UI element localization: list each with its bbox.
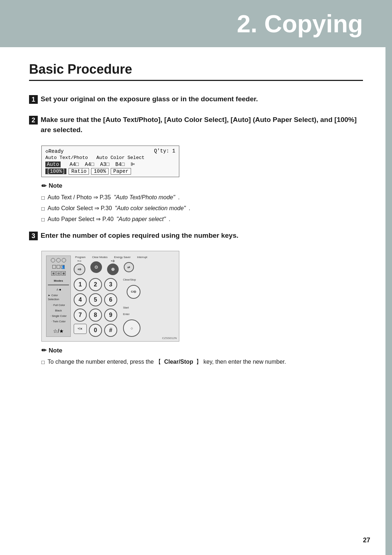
interrupt-label: Interrupt bbox=[137, 256, 147, 259]
interrupt-btn[interactable]: ⇄ bbox=[124, 262, 134, 272]
display-row2: Auto Text/Photo Auto Color Select bbox=[45, 155, 175, 160]
prog-btn-group: •⇨ ⇨ bbox=[74, 259, 85, 275]
note-pencil-icon: ✏ bbox=[41, 182, 46, 190]
display-ready: ◇Ready bbox=[45, 148, 64, 154]
note2-pencil-icon: ✏ bbox=[41, 347, 46, 354]
step-3-text: Enter the number of copies required usin… bbox=[41, 230, 363, 241]
keypad-inner: 👤 ⊞ ⊟ ⊠ Modes ⚠ ◆ ► Color Selection · Fu… bbox=[46, 256, 175, 337]
single-color-label: · Single Color bbox=[50, 314, 66, 318]
key-8[interactable]: 8 bbox=[89, 309, 102, 322]
key-2[interactable]: 2 bbox=[89, 278, 102, 291]
icon-circle-1 bbox=[51, 258, 55, 262]
color-icon: ◆ bbox=[59, 288, 61, 291]
display-auto: Auto bbox=[45, 162, 61, 167]
display-paper-sizes: A4□ A4□ A3□ B4□ ⊫ bbox=[64, 162, 135, 167]
icon-person: 👤 bbox=[61, 265, 65, 269]
step-1-text: Set your original on the exposure glass … bbox=[41, 94, 363, 105]
energy-saver-label: Energy Saver bbox=[114, 256, 130, 259]
image-label: CZSS012N bbox=[162, 336, 177, 340]
key-0[interactable]: 0 bbox=[89, 324, 102, 337]
step-2-text: Make sure that the [Auto Text/Photo], [A… bbox=[41, 115, 363, 135]
note-1-label: Note bbox=[49, 182, 62, 189]
energy-dot: •⊕ bbox=[111, 259, 115, 263]
keypad-top-buttons: •⇨ ⇨ ⊙ •⊕ ⊕ ⇄ bbox=[74, 259, 175, 275]
num-grid-right: Clear/Stop C/◎ Start Enter ◇ bbox=[119, 278, 140, 337]
keypad-left-panel: 👤 ⊞ ⊟ ⊠ Modes ⚠ ◆ ► Color Selection · Fu… bbox=[46, 256, 71, 337]
program-btn[interactable]: ⇨ bbox=[74, 264, 85, 275]
color-selection-label: ► Color Selection bbox=[48, 293, 69, 302]
note-2-item-1: To change the number entered, press the … bbox=[41, 357, 363, 367]
warning-icon-row: ⚠ ◆ bbox=[56, 288, 61, 291]
step-3: 3 Enter the number of copies required us… bbox=[29, 230, 363, 241]
icon-circle-3 bbox=[62, 258, 66, 262]
note-2-list: To change the number entered, press the … bbox=[41, 357, 363, 367]
full-color-label: · Full Color bbox=[52, 303, 65, 307]
step-1: 1 Set your original on the exposure glas… bbox=[29, 94, 363, 105]
key-5[interactable]: 5 bbox=[89, 293, 102, 306]
icon-circle-2 bbox=[56, 258, 61, 262]
black-label: Black bbox=[55, 309, 62, 313]
section-title: Basic Procedure bbox=[29, 62, 363, 81]
keypad-icons-top bbox=[51, 258, 66, 262]
note-1-item-2: Auto Color Select ⇒ P.30 "Auto color sel… bbox=[41, 204, 363, 213]
num-grid-left: 1 2 3 4 5 6 7 8 bbox=[74, 278, 117, 337]
modes-label: Modes bbox=[54, 279, 63, 282]
keypad-top-labels: Program Clear Modes Energy Saver Interru… bbox=[74, 256, 175, 259]
clear-stop-label: Clear/Stop bbox=[123, 278, 136, 281]
page-title: 2. Copying bbox=[237, 9, 363, 38]
display-paper-btn: Paper bbox=[111, 168, 131, 175]
warning-icon: ⚠ bbox=[56, 288, 58, 291]
icon-flag1: ⊞ bbox=[51, 271, 56, 276]
clear-stop-btn[interactable]: C/◎ bbox=[127, 285, 140, 299]
display-row3: Auto A4□ A4□ A3□ B4□ ⊫ bbox=[45, 161, 175, 167]
note-2-section: ✏ Note To change the number entered, pre… bbox=[41, 347, 363, 367]
key-6[interactable]: 6 bbox=[104, 293, 117, 306]
key-star[interactable]: */✕ bbox=[74, 324, 87, 334]
step-3-number: 3 bbox=[29, 232, 38, 240]
bottom-icon: ☆/★ bbox=[53, 328, 64, 334]
clear-modes-label: Clear Modes bbox=[92, 256, 108, 259]
modes-divider bbox=[48, 285, 69, 285]
energy-btn-group: •⊕ ⊕ bbox=[107, 259, 119, 275]
clear-modes-btn[interactable]: ⊙ bbox=[90, 261, 102, 273]
key-3[interactable]: 3 bbox=[104, 278, 117, 291]
note-1-item-3: Auto Paper Select ⇒ P.40 "Auto paper sel… bbox=[41, 215, 363, 224]
num-row-1: 1 2 3 bbox=[74, 278, 117, 291]
key-4[interactable]: 4 bbox=[74, 293, 87, 306]
page-number: 27 bbox=[363, 536, 370, 544]
key-9[interactable]: 9 bbox=[104, 309, 117, 322]
display-100pct: [100%] bbox=[45, 168, 66, 174]
step-2: 2 Make sure that the [Auto Text/Photo], … bbox=[29, 115, 363, 135]
keypad-icons-row2: 👤 bbox=[52, 265, 65, 269]
key-1[interactable]: 1 bbox=[74, 278, 87, 291]
icon-sq1 bbox=[52, 265, 56, 269]
key-7[interactable]: 7 bbox=[74, 309, 87, 322]
step-1-number: 1 bbox=[29, 95, 38, 104]
key-hash[interactable]: # bbox=[104, 324, 117, 337]
icon-sq2 bbox=[57, 265, 60, 269]
start-btn[interactable]: ◇ bbox=[123, 319, 140, 337]
display-qty: Q'ty: 1 bbox=[154, 148, 175, 154]
energy-btn[interactable]: ⊕ bbox=[107, 264, 119, 275]
keypad-right: Program Clear Modes Energy Saver Interru… bbox=[74, 256, 175, 337]
header-banner: 2. Copying bbox=[0, 0, 392, 47]
note-2-title: ✏ Note bbox=[41, 347, 363, 354]
right-stripe bbox=[385, 0, 392, 555]
note-1-item-1: Auto Text / Photo ⇒ P.35 "Auto Text/Phot… bbox=[41, 193, 363, 202]
display-ratio-btn: Ratio bbox=[69, 168, 89, 175]
note-1-section: ✏ Note Auto Text / Photo ⇒ P.35 "Auto Te… bbox=[41, 182, 363, 224]
note-1-list: Auto Text / Photo ⇒ P.35 "Auto Text/Phot… bbox=[41, 193, 363, 224]
main-content: Basic Procedure 1 Set your original on t… bbox=[0, 47, 392, 395]
interrupt-btn-group: ⇄ bbox=[124, 262, 134, 272]
display-panel: ◇Ready Q'ty: 1 Auto Text/Photo Auto Colo… bbox=[41, 146, 179, 177]
display-row4: [100%] Ratio 100% Paper bbox=[45, 168, 175, 175]
num-row-2: 4 5 6 bbox=[74, 293, 117, 306]
icon-flag2: ⊟ bbox=[56, 271, 61, 276]
icon-flag3: ⊠ bbox=[61, 271, 66, 276]
start-label: Start bbox=[123, 306, 129, 309]
note-2-label: Note bbox=[49, 347, 62, 354]
num-row-3: 7 8 9 bbox=[74, 309, 117, 322]
keypad-icons-row3: ⊞ ⊟ ⊠ bbox=[51, 271, 66, 276]
note-1-title: ✏ Note bbox=[41, 182, 363, 190]
clear-modes-btn-group: ⊙ bbox=[90, 261, 102, 273]
